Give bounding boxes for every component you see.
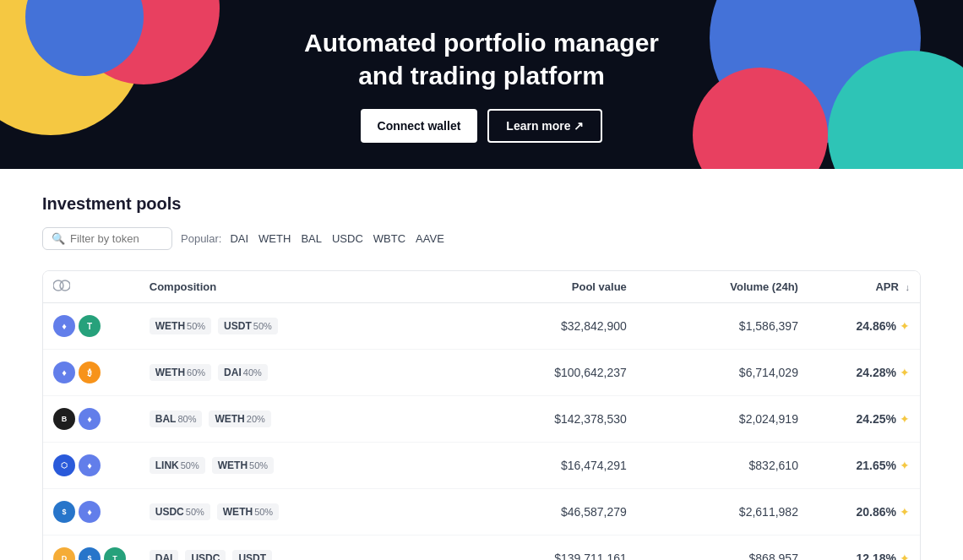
table-row[interactable]: $ ♦ USDC 50% WETH 50% $46,587,279 $2,611… <box>43 489 920 536</box>
pool-value: $139,711,161 <box>465 536 637 561</box>
token-badge-weth: WETH 60% <box>150 364 211 381</box>
dai-icon: D <box>53 547 75 560</box>
popular-label: Popular: <box>181 232 221 245</box>
table-header-row: Composition Pool value Volume (24h) APR … <box>43 271 920 303</box>
filter-bar: 🔍 Popular: DAI WETH BAL USDC WBTC AAVE <box>42 227 921 250</box>
apr-value: 24.25%✦ <box>808 396 920 443</box>
volume-24h: $2,611,982 <box>637 489 808 536</box>
composition-cell: DAI USDC USDT <box>139 536 465 561</box>
pool-value: $46,587,279 <box>465 489 637 536</box>
table-row[interactable]: ⬡ ♦ LINK 50% WETH 50% $16,474,291 $832,6… <box>43 443 920 489</box>
token-badge-weth: WETH 20% <box>209 410 270 427</box>
search-icon: 🔍 <box>52 232 65 245</box>
star-icon: ✦ <box>900 319 910 333</box>
pool-icons-cell: $ ♦ <box>43 489 139 536</box>
token-badge-bal: BAL 80% <box>150 410 203 427</box>
content-section: Investment pools 🔍 Popular: DAI WETH BAL… <box>0 169 963 560</box>
apr-value: 24.86%✦ <box>808 303 920 350</box>
sort-icon: ↓ <box>906 282 911 292</box>
hero-section: Automated portfolio manager and trading … <box>0 0 963 169</box>
volume-24h: $832,610 <box>637 443 808 489</box>
pool-value: $16,474,291 <box>465 443 637 489</box>
eth-icon: ♦ <box>79 454 101 476</box>
hero-buttons: Connect wallet Learn more ↗ <box>361 109 603 143</box>
apr-value: 20.86%✦ <box>808 489 920 536</box>
pool-icons-cell: ⬡ ♦ <box>43 443 139 489</box>
table-row[interactable]: ♦ T WETH 50% USDT 50% $32,842,900 $1,586… <box>43 303 920 350</box>
token-badge-usdc: USDC 50% <box>150 503 210 520</box>
eth-icon: ♦ <box>53 362 75 383</box>
apr-value: 12.18%✦ <box>808 536 920 561</box>
token-badge-link: LINK 50% <box>150 457 205 474</box>
pool-icons-cell: ♦ ₿ <box>43 350 139 396</box>
filter-input-wrapper[interactable]: 🔍 <box>42 227 172 250</box>
volume-24h: $1,586,397 <box>637 303 808 350</box>
apr-value: 21.65%✦ <box>808 443 920 489</box>
composition-cell: LINK 50% WETH 50% <box>139 443 465 489</box>
eth-icon: ♦ <box>79 408 101 430</box>
table-row[interactable]: D $ T DAI USDC USDT $139,711,161 $868, <box>43 536 920 561</box>
popular-token-aave[interactable]: AAVE <box>416 232 444 245</box>
section-title: Investment pools <box>42 194 921 214</box>
token-badge-weth: WETH 50% <box>217 503 279 520</box>
eth-icon: ♦ <box>79 501 101 523</box>
star-icon: ✦ <box>900 366 910 379</box>
pool-value: $100,642,237 <box>465 350 637 396</box>
popular-token-dai[interactable]: DAI <box>230 232 248 245</box>
volume-24h: $2,024,919 <box>637 396 808 443</box>
col-header-composition: Composition <box>139 271 465 303</box>
popular-tokens: DAI WETH BAL USDC WBTC AAVE <box>230 232 443 245</box>
volume-24h: $6,714,029 <box>637 350 808 396</box>
col-header-volume: Volume (24h) <box>637 271 808 303</box>
token-badge-dai: DAI 40% <box>218 364 268 381</box>
pool-value: $142,378,530 <box>465 396 637 443</box>
usdc-icon: $ <box>53 501 75 523</box>
hero-title: Automated portfolio manager and trading … <box>304 26 659 92</box>
token-badge-dai: DAI <box>150 550 179 560</box>
usdc-icon: $ <box>79 547 101 560</box>
eth-icon: ♦ <box>53 315 75 337</box>
token-badge-usdt: USDT <box>232 550 272 560</box>
usdt-icon: T <box>79 315 101 337</box>
star-icon: ✦ <box>900 552 910 560</box>
star-icon: ✦ <box>900 505 910 519</box>
pool-icons-cell: ♦ T <box>43 303 139 350</box>
pool-value: $32,842,900 <box>465 303 637 350</box>
pools-table-wrapper: Composition Pool value Volume (24h) APR … <box>42 270 921 560</box>
table-row[interactable]: B ♦ BAL 80% WETH 20% $142,378,530 $2,024… <box>43 396 920 443</box>
svg-point-1 <box>60 280 70 291</box>
star-icon: ✦ <box>900 412 910 426</box>
popular-token-wbtc[interactable]: WBTC <box>373 232 405 245</box>
btc-icon: ₿ <box>79 362 101 383</box>
usdt-icon: T <box>104 547 126 560</box>
composition-cell: USDC 50% WETH 50% <box>139 489 465 536</box>
volume-24h: $868,957 <box>637 536 808 561</box>
pool-icons-cell: B ♦ <box>43 396 139 443</box>
apr-value: 24.28%✦ <box>808 350 920 396</box>
composition-cell: WETH 60% DAI 40% <box>139 350 465 396</box>
filter-input[interactable] <box>70 232 163 245</box>
bal-icon: B <box>53 408 75 430</box>
col-header-pool-value: Pool value <box>465 271 637 303</box>
table-row[interactable]: ♦ ₿ WETH 60% DAI 40% $100,642,237 $6,714… <box>43 350 920 396</box>
col-header-icons <box>43 271 139 303</box>
col-header-apr[interactable]: APR ↓ <box>808 271 920 303</box>
token-badge-usdc: USDC <box>185 550 226 560</box>
popular-token-usdc[interactable]: USDC <box>332 232 363 245</box>
token-badge-weth: WETH 50% <box>212 457 274 474</box>
composition-cell: BAL 80% WETH 20% <box>139 396 465 443</box>
popular-token-weth[interactable]: WETH <box>258 232 291 245</box>
popular-token-bal[interactable]: BAL <box>301 232 322 245</box>
token-badge-weth: WETH 50% <box>150 318 211 334</box>
link-icon: ⬡ <box>53 454 75 476</box>
star-icon: ✦ <box>900 459 910 472</box>
pools-table: Composition Pool value Volume (24h) APR … <box>43 271 920 560</box>
composition-cell: WETH 50% USDT 50% <box>139 303 465 350</box>
connect-wallet-button[interactable]: Connect wallet <box>361 109 478 143</box>
pool-icons-cell: D $ T <box>43 536 139 561</box>
learn-more-button[interactable]: Learn more ↗ <box>487 109 602 143</box>
token-badge-usdt: USDT 50% <box>218 318 278 334</box>
